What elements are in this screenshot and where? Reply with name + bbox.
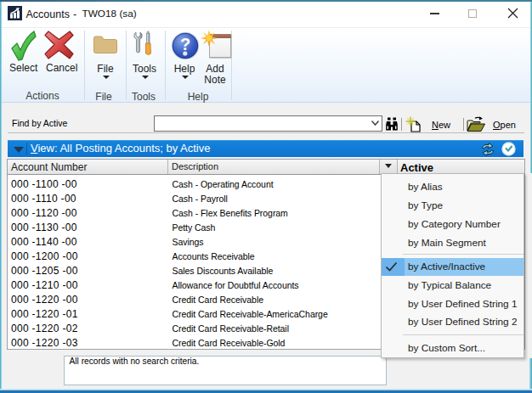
svg-text:?: ? <box>180 35 190 53</box>
